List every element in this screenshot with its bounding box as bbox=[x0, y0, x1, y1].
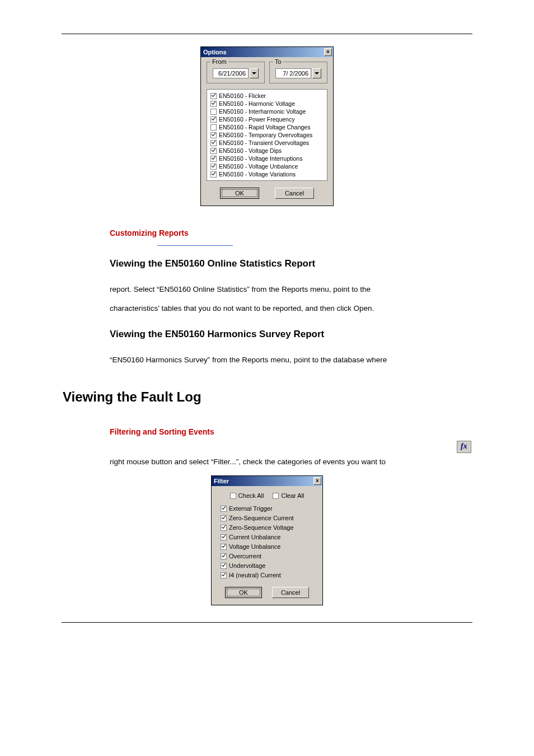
chevron-down-icon bbox=[315, 72, 319, 74]
options-check-item[interactable]: EN50160 - Harmonic Voltage bbox=[210, 100, 324, 108]
options-check-item[interactable]: EN50160 - Power Frequency bbox=[210, 115, 324, 123]
check-item-label: Overcurrent bbox=[229, 552, 261, 561]
check-item-label: EN50160 - Voltage Interruptions bbox=[219, 155, 302, 162]
options-check-item[interactable]: EN50160 - Rapid Voltage Changes bbox=[210, 123, 324, 131]
chevron-down-icon bbox=[252, 72, 256, 74]
filter-checklist: External TriggerZero-Sequence CurrentZer… bbox=[221, 504, 316, 580]
checkbox-icon[interactable] bbox=[210, 132, 217, 138]
filter-check-item[interactable]: Zero-Sequence Current bbox=[221, 514, 316, 523]
options-check-item[interactable]: EN50160 - Transient Overvoltages bbox=[210, 139, 324, 147]
filter-check-item[interactable]: I4 (neutral) Current bbox=[221, 571, 316, 580]
checkbox-icon[interactable] bbox=[221, 553, 227, 559]
filter-title: Filter bbox=[214, 478, 229, 484]
check-all-checkbox[interactable]: Check All bbox=[230, 492, 264, 500]
checkbox-icon[interactable] bbox=[210, 156, 217, 162]
checkbox-icon[interactable] bbox=[210, 171, 217, 178]
body-text: characteristics’ tables that you do not … bbox=[110, 301, 472, 316]
checkbox-icon[interactable] bbox=[210, 116, 217, 123]
check-item-label: EN50160 - Rapid Voltage Changes bbox=[219, 123, 310, 131]
check-item-label: Current Unbalance bbox=[229, 533, 280, 542]
options-titlebar: Options × bbox=[201, 47, 333, 57]
checkbox-icon[interactable] bbox=[210, 124, 217, 130]
fx-icon[interactable]: fx bbox=[457, 441, 471, 453]
filter-check-item[interactable]: Overcurrent bbox=[221, 552, 316, 561]
options-dialog: Options × From 6/21/2006 To 7/ 2/2006 bbox=[200, 46, 334, 206]
check-item-label: EN50160 - Voltage Unbalance bbox=[219, 162, 298, 170]
options-check-item[interactable]: EN50160 - Temporary Overvoltages bbox=[210, 131, 324, 139]
checkbox-icon[interactable] bbox=[210, 148, 217, 154]
check-item-label: External Trigger bbox=[229, 504, 273, 514]
filter-check-item[interactable]: Current Unbalance bbox=[221, 533, 316, 542]
to-date-dropdown[interactable] bbox=[312, 68, 321, 78]
clear-all-checkbox[interactable]: Clear All bbox=[273, 492, 304, 500]
check-item-label: EN50160 - Harmonic Voltage bbox=[219, 100, 295, 108]
check-item-label: EN50160 - Flicker bbox=[219, 92, 266, 100]
heading-harmonics-survey: Viewing the EN50160 Harmonics Survey Rep… bbox=[110, 329, 472, 340]
options-check-item[interactable]: EN50160 - Voltage Unbalance bbox=[210, 162, 324, 170]
options-checklist: EN50160 - FlickerEN50160 - Harmonic Volt… bbox=[207, 89, 327, 181]
checkbox-icon[interactable] bbox=[221, 525, 227, 531]
from-legend: From bbox=[210, 58, 228, 65]
checkbox-icon[interactable] bbox=[221, 563, 227, 569]
checkbox-icon[interactable] bbox=[221, 572, 227, 578]
checkbox-icon[interactable] bbox=[221, 544, 227, 550]
check-item-label: EN50160 - Voltage Dips bbox=[219, 147, 282, 155]
to-date-input[interactable]: 7/ 2/2006 bbox=[275, 68, 311, 78]
heading-online-statistics: Viewing the EN50160 Online Statistics Re… bbox=[110, 258, 472, 269]
blue-underline bbox=[157, 245, 233, 246]
check-item-label: EN50160 - Temporary Overvoltages bbox=[219, 131, 312, 139]
ok-button[interactable]: OK bbox=[220, 188, 259, 199]
checkbox-icon[interactable] bbox=[210, 93, 217, 99]
heading-customizing-reports: Customizing Reports bbox=[110, 228, 472, 237]
checkbox-icon[interactable] bbox=[221, 506, 227, 512]
close-icon[interactable]: × bbox=[324, 48, 332, 56]
body-text: right mouse button and select “Filter...… bbox=[110, 454, 472, 470]
filter-check-item[interactable]: External Trigger bbox=[221, 504, 316, 514]
check-item-label: I4 (neutral) Current bbox=[229, 571, 281, 580]
check-item-label: EN50160 - Interharmonic Voltage bbox=[219, 108, 306, 115]
checkbox-icon[interactable] bbox=[221, 515, 227, 521]
filter-check-item[interactable]: Undervoltage bbox=[221, 561, 316, 571]
page-top-rule bbox=[62, 34, 472, 34]
checkbox-icon[interactable] bbox=[210, 140, 217, 146]
heading-filtering-sorting: Filtering and Sorting Events bbox=[110, 427, 472, 436]
body-text: report. Select “EN50160 Online Statistic… bbox=[110, 282, 472, 297]
body-text: “EN50160 Harmonics Survey” from the Repo… bbox=[110, 352, 472, 368]
check-item-label: Zero-Sequence Voltage bbox=[229, 523, 294, 533]
options-check-item[interactable]: EN50160 - Voltage Variations bbox=[210, 170, 324, 178]
cancel-button[interactable]: Cancel bbox=[272, 587, 309, 598]
options-title: Options bbox=[203, 49, 227, 55]
filter-titlebar: Filter × bbox=[212, 476, 322, 486]
check-item-label: Zero-Sequence Current bbox=[229, 514, 294, 523]
close-icon[interactable]: × bbox=[313, 477, 321, 485]
check-item-label: EN50160 - Transient Overvoltages bbox=[219, 139, 309, 147]
checkbox-icon[interactable] bbox=[210, 101, 217, 107]
cancel-button[interactable]: Cancel bbox=[275, 188, 314, 199]
from-date-dropdown[interactable] bbox=[250, 68, 259, 78]
to-legend: To bbox=[273, 58, 283, 65]
checkbox-icon[interactable] bbox=[221, 534, 227, 540]
check-item-label: Voltage Unbalance bbox=[229, 542, 280, 552]
filter-check-item[interactable]: Voltage Unbalance bbox=[221, 542, 316, 552]
options-check-item[interactable]: EN50160 - Interharmonic Voltage bbox=[210, 108, 324, 115]
options-check-item[interactable]: EN50160 - Flicker bbox=[210, 92, 324, 100]
filter-check-item[interactable]: Zero-Sequence Voltage bbox=[221, 523, 316, 533]
from-date-input[interactable]: 6/21/2006 bbox=[213, 68, 249, 78]
check-item-label: EN50160 - Power Frequency bbox=[219, 115, 294, 123]
ok-button[interactable]: OK bbox=[225, 587, 262, 598]
checkbox-icon[interactable] bbox=[210, 164, 217, 170]
options-check-item[interactable]: EN50160 - Voltage Interruptions bbox=[210, 155, 324, 162]
check-item-label: EN50160 - Voltage Variations bbox=[219, 170, 296, 178]
page-bottom-rule bbox=[62, 622, 472, 623]
options-check-item[interactable]: EN50160 - Voltage Dips bbox=[210, 147, 324, 155]
checkbox-icon[interactable] bbox=[210, 109, 217, 115]
heading-fault-log: Viewing the Fault Log bbox=[63, 389, 472, 405]
filter-dialog: Filter × Check All Clear All External Tr… bbox=[211, 475, 323, 605]
check-item-label: Undervoltage bbox=[229, 561, 265, 571]
